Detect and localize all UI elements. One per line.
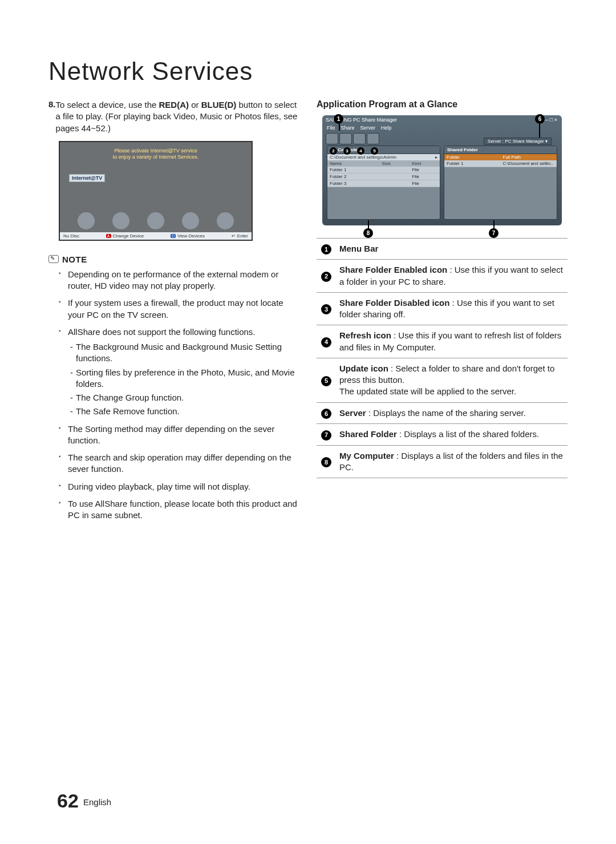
step-text: To select a device, use the RED(A) or BL… xyxy=(56,99,299,134)
subnote-item: The Background Music and Background Musi… xyxy=(70,341,299,365)
legend-text: Menu Bar xyxy=(336,239,568,260)
tv-service-icons xyxy=(60,212,252,229)
page-language: English xyxy=(83,797,111,807)
legend-num: 3 xyxy=(321,304,331,314)
cell: Folder 3 xyxy=(327,180,379,187)
note-item: AllShare does not support the following … xyxy=(59,326,299,418)
tv-view-devices: View Devices xyxy=(177,233,205,239)
cell: C:\Document and settin.. xyxy=(501,160,557,167)
subnote-item: The Change Group function. xyxy=(70,392,299,403)
tv-bottom-bar: No Disc AChange Device DView Devices ↵En… xyxy=(60,232,252,240)
step-8: 8. To select a device, use the RED(A) or… xyxy=(48,99,299,134)
subnote-list: The Background Music and Background Musi… xyxy=(68,341,299,418)
callout-3: 3 xyxy=(343,147,351,155)
callout-5: 5 xyxy=(371,147,378,155)
subnote-item: Sorting files by preference in the Photo… xyxy=(70,367,299,390)
menu-file: File xyxy=(327,125,335,131)
legend-text: My Computer : Displays a list of the fol… xyxy=(336,445,568,478)
share-disable-icon xyxy=(339,133,352,144)
step-number: 8. xyxy=(48,99,56,134)
note-text: If your system uses a firewall, the prod… xyxy=(68,298,283,319)
step-bold-red: RED(A) xyxy=(159,100,189,110)
server-dropdown: Server : PC Share Manager ▾ xyxy=(484,138,552,145)
note-item: Depending on te performance of the exter… xyxy=(59,269,299,292)
cell xyxy=(379,167,410,173)
subnote-text: The Safe Remove function. xyxy=(76,406,180,416)
cell xyxy=(379,180,410,187)
refresh-icon xyxy=(353,133,366,144)
cell: File xyxy=(410,173,440,180)
tv-nodisc: No Disc xyxy=(63,233,79,239)
grid-head-right: Folder Full Path xyxy=(444,154,557,160)
my-computer-panel: My Computer C:\Document and settings\Adm… xyxy=(327,146,440,220)
tv-change-device: Change Device xyxy=(113,233,144,239)
legend-num: 8 xyxy=(321,457,331,467)
grid-row: Folder 1C:\Document and settin.. xyxy=(444,160,557,167)
blue-d-button-icon: D xyxy=(171,234,176,238)
note-text: AllShare does not support the following … xyxy=(68,327,256,337)
grid-row: Folder 2File xyxy=(327,173,440,180)
grid-row: Folder 1File xyxy=(327,167,440,173)
path-bar: C:\Document and settings\Admin▸ xyxy=(327,154,440,160)
legend-num: 6 xyxy=(321,409,331,419)
page-footer: 62 English xyxy=(57,790,111,812)
tv-banner-2: to enjoy a variety of Internet Services. xyxy=(60,154,252,161)
col-kind: Kind xyxy=(410,160,440,167)
update-icon xyxy=(367,133,379,144)
menu-help: Help xyxy=(381,125,392,131)
col-size: Size xyxy=(379,160,410,167)
subnote-text: The Background Music and Background Musi… xyxy=(76,342,282,363)
note-item: During video playback, play time will no… xyxy=(59,481,299,492)
tv-banner: Please activate Internet@TV service to e… xyxy=(60,142,252,161)
legend-text: Update icon : Select a folder to share a… xyxy=(336,358,568,402)
internet-tv-logo: Internet@TV xyxy=(69,174,105,182)
callout-line xyxy=(368,220,369,228)
step-mid: or xyxy=(189,100,201,110)
legend-text: Server : Displays the name of the sharin… xyxy=(336,402,568,423)
tv-enter: Enter xyxy=(237,233,248,239)
legend-text: Share Folder Disabled icon : Use this if… xyxy=(336,292,568,325)
panel-header-right: Shared Folder xyxy=(444,146,557,154)
page-number: 62 xyxy=(57,790,79,811)
legend-num: 2 xyxy=(321,272,331,282)
legend-table: 1Menu Bar 2Share Folder Enabled icon : U… xyxy=(317,238,568,478)
note-text: To use AllShare function, please locate … xyxy=(68,499,297,520)
shared-folder-panel: Shared Folder Folder Full Path Folder 1C… xyxy=(444,146,557,220)
enter-icon: ↵ xyxy=(232,233,236,239)
legend-text: Refresh icon : Use this if you want to r… xyxy=(336,325,568,358)
app-menu-bar: File Share Server Help xyxy=(322,124,562,133)
internet-tv-screenshot: Please activate Internet@TV service to e… xyxy=(59,141,253,241)
legend-num: 5 xyxy=(321,376,331,386)
callout-1: 1 xyxy=(334,114,343,124)
callout-line xyxy=(493,220,495,228)
menu-server: Server xyxy=(360,125,376,131)
app-titlebar: SAMSUNG PC Share Manager — □ × xyxy=(322,115,562,124)
note-text: During video playback, play time will no… xyxy=(68,482,250,491)
note-item: To use AllShare function, please locate … xyxy=(59,498,299,522)
path-go-icon: ▸ xyxy=(433,154,440,160)
red-a-button-icon: A xyxy=(106,234,111,238)
callout-7: 7 xyxy=(489,228,499,238)
legend-num: 7 xyxy=(321,430,331,441)
callout-8: 8 xyxy=(363,228,373,238)
path-text: C:\Document and settings\Admin xyxy=(327,154,433,160)
note-text: The Sorting method may differ depending … xyxy=(68,424,274,445)
note-list: Depending on te performance of the exter… xyxy=(48,269,299,522)
legend-num: 4 xyxy=(321,337,331,348)
col-folder: Folder xyxy=(444,154,501,160)
grid-head-left: Name Size Kind xyxy=(327,160,440,167)
app-window: SAMSUNG PC Share Manager — □ × File Shar… xyxy=(322,115,562,225)
cell: Folder 2 xyxy=(327,173,379,180)
callout-line xyxy=(339,124,340,131)
note-text: Depending on te performance of the exter… xyxy=(68,269,278,290)
cell: Folder 1 xyxy=(327,167,379,173)
callout-6: 6 xyxy=(535,114,545,124)
step-pre: To select a device, use the xyxy=(56,100,159,110)
cell: File xyxy=(410,167,440,173)
cell: Folder 1 xyxy=(444,160,501,167)
legend-text: Share Folder Enabled icon : Use this if … xyxy=(336,260,568,293)
callout-line xyxy=(539,124,540,138)
note-item: If your system uses a firewall, the prod… xyxy=(59,297,299,321)
page-title: Network Services xyxy=(48,57,568,86)
menu-share: Share xyxy=(341,125,355,131)
